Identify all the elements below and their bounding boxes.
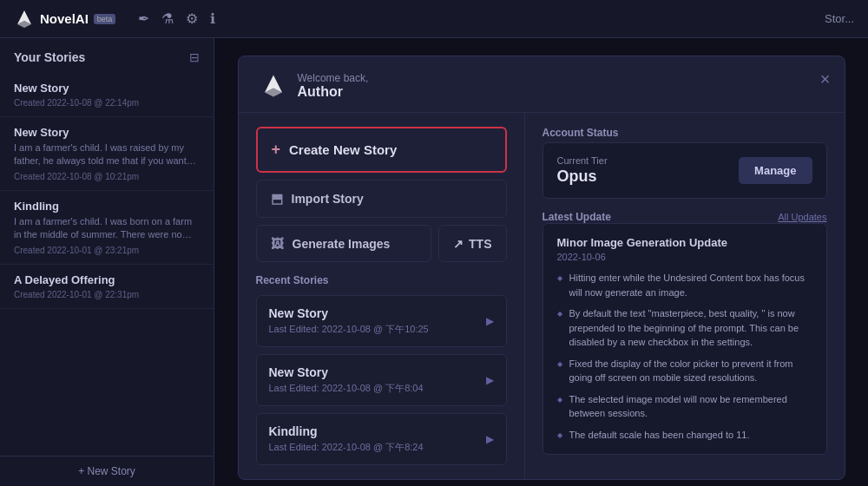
beta-badge: beta [94, 14, 116, 24]
sidebar-story-date: Created 2022-10-01 @ 23:21pm [14, 246, 200, 255]
brand-name: NovelAI [40, 11, 89, 26]
modal-overlay: Welcome back, Author × + Create New Stor… [214, 38, 868, 486]
import-story-button[interactable]: ⬒ Import Story [256, 180, 507, 218]
sidebar-story-date: Created 2022-10-08 @ 10:21pm [14, 172, 200, 181]
main-content: Welcome back, Author × + Create New Stor… [214, 38, 868, 486]
chevron-right-icon: ▶ [486, 315, 494, 327]
sidebar-story-title: New Story [14, 126, 200, 139]
recent-story-title: Kindling [269, 424, 424, 438]
chevron-right-icon: ▶ [486, 374, 494, 386]
plus-icon: + [272, 141, 281, 159]
action-row: 🖼 Generate Images ↗ TTS [256, 225, 507, 262]
tts-label: TTS [469, 237, 491, 251]
sidebar-story-title: Kindling [14, 200, 200, 213]
tts-button[interactable]: ↗ TTS [438, 225, 506, 262]
main-layout: Your Stories ⊟ New Story Created 2022-10… [0, 38, 868, 486]
info-icon[interactable]: ℹ [210, 10, 215, 27]
sidebar-story-date: Created 2022-10-01 @ 22:31pm [14, 290, 200, 299]
tier-info: Current Tier Opus [557, 155, 608, 186]
sidebar-story-item[interactable]: New Story I am a farmer's child. I was r… [0, 117, 214, 191]
recent-stories-header: Recent Stories [256, 269, 507, 288]
generate-images-label: Generate Images [293, 237, 391, 251]
sidebar-story-title: New Story [14, 82, 200, 95]
modal-body: + Create New Story ⬒ Import Story 🖼 Gene… [239, 113, 845, 479]
modal-close-button[interactable]: × [820, 70, 831, 88]
update-bullet: Hitting enter while the Undesired Conten… [557, 271, 812, 299]
recent-story-title: New Story [269, 365, 424, 379]
update-bullet: Fixed the display of the color picker to… [557, 357, 812, 385]
recent-story-info: Kindling Last Edited: 2022-10-08 @ 下午8:2… [269, 424, 424, 454]
recent-story-item[interactable]: New Story Last Edited: 2022-10-08 @ 下午10… [256, 295, 507, 347]
update-list: Hitting enter while the Undesired Conten… [557, 271, 812, 442]
account-status-section: Account Status Current Tier Opus Manage [542, 127, 827, 199]
modal-left-panel: + Create New Story ⬒ Import Story 🖼 Gene… [239, 113, 525, 479]
update-bullet: The default scale has been changed to 11… [557, 428, 812, 443]
generate-images-button[interactable]: 🖼 Generate Images [256, 225, 432, 262]
sidebar: Your Stories ⊟ New Story Created 2022-10… [0, 38, 214, 486]
recent-story-info: New Story Last Edited: 2022-10-08 @ 下午10… [269, 306, 429, 336]
modal-logo [260, 72, 287, 100]
account-status-title: Account Status [542, 127, 827, 139]
modal-welcome: Welcome back, Author [298, 72, 369, 100]
latest-update-header: Latest Update All Updates [542, 211, 827, 223]
latest-update-section: Latest Update All Updates Minor Image Ge… [542, 211, 827, 455]
sidebar-story-title: A Delayed Offering [14, 273, 200, 286]
import-story-label: Import Story [292, 192, 364, 206]
quill-icon[interactable]: ✒ [138, 10, 149, 27]
recent-story-item[interactable]: Kindling Last Edited: 2022-10-08 @ 下午8:2… [256, 413, 507, 465]
modal-header: Welcome back, Author × [239, 56, 845, 113]
gear-icon[interactable]: ⚙ [186, 10, 198, 27]
recent-story-date: Last Edited: 2022-10-08 @ 下午8:04 [269, 382, 424, 395]
chevron-right-icon: ▶ [486, 433, 494, 445]
tier-box: Current Tier Opus Manage [542, 142, 827, 199]
filter-icon[interactable]: ⊟ [189, 50, 200, 64]
person-icon[interactable]: ⚗ [161, 10, 174, 27]
modal-right-panel: Account Status Current Tier Opus Manage [525, 113, 845, 479]
sidebar-header: Your Stories ⊟ [0, 38, 214, 73]
image-icon: 🖼 [271, 236, 284, 251]
update-bullet: The selected image model will now be rem… [557, 392, 812, 421]
external-link-icon: ↗ [453, 237, 464, 251]
manage-button[interactable]: Manage [739, 157, 812, 184]
create-new-story-button[interactable]: + Create New Story [256, 127, 507, 173]
topnav: NovelAI beta ✒ ⚗ ⚙ ℹ Stor... [0, 0, 868, 38]
update-box: Minor Image Generation Update 2022-10-06… [542, 223, 827, 455]
tier-label: Current Tier [557, 155, 608, 166]
tier-name: Opus [557, 167, 608, 186]
sidebar-story-excerpt: I am a farmer's child. I was raised by m… [14, 141, 200, 168]
sidebar-story-date: Created 2022-10-08 @ 22:14pm [14, 98, 200, 108]
import-icon: ⬒ [271, 191, 283, 207]
sidebar-story-excerpt: I am a farmer's child. I was born on a f… [14, 215, 200, 242]
modal-logo-icon [260, 73, 286, 99]
all-updates-link[interactable]: All Updates [778, 212, 826, 222]
update-bullet: By default the text "masterpiece, best q… [557, 306, 812, 350]
author-name: Author [298, 84, 369, 100]
welcome-modal: Welcome back, Author × + Create New Stor… [238, 56, 845, 480]
sidebar-title: Your Stories [14, 50, 85, 64]
recent-story-title: New Story [269, 306, 429, 320]
welcome-text: Welcome back, [298, 72, 369, 84]
topnav-icons: ✒ ⚗ ⚙ ℹ [138, 10, 215, 27]
recent-story-info: New Story Last Edited: 2022-10-08 @ 下午8:… [269, 365, 424, 395]
sidebar-story-item[interactable]: A Delayed Offering Created 2022-10-01 @ … [0, 265, 214, 309]
recent-story-date: Last Edited: 2022-10-08 @ 下午8:24 [269, 441, 424, 454]
latest-update-title: Latest Update [542, 211, 611, 223]
sidebar-new-story-button[interactable]: + New Story [0, 456, 214, 486]
update-box-title: Minor Image Generation Update [557, 236, 812, 249]
stories-link[interactable]: Stor... [825, 12, 854, 25]
recent-story-date: Last Edited: 2022-10-08 @ 下午10:25 [269, 323, 429, 336]
recent-story-item[interactable]: New Story Last Edited: 2022-10-08 @ 下午8:… [256, 354, 507, 406]
novel-ai-logo-icon [14, 9, 35, 30]
brand-logo: NovelAI beta [14, 9, 115, 30]
sidebar-story-item[interactable]: Kindling I am a farmer's child. I was bo… [0, 191, 214, 265]
create-story-label: Create New Story [289, 142, 397, 157]
update-box-date: 2022-10-06 [557, 252, 812, 262]
sidebar-story-item[interactable]: New Story Created 2022-10-08 @ 22:14pm [0, 73, 214, 117]
